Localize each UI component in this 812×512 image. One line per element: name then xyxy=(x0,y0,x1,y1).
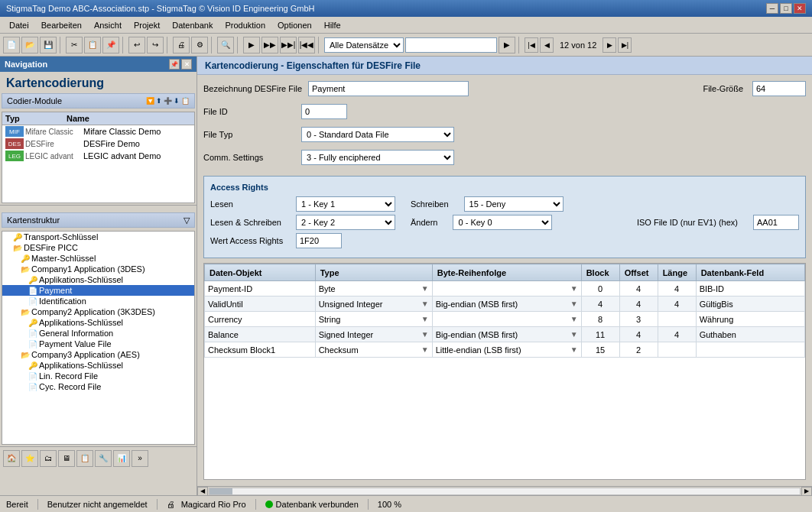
toolbar-undo-btn[interactable]: ↩ xyxy=(128,37,145,53)
toolbar-go-btn[interactable]: ▶ xyxy=(499,37,515,53)
struct-company3[interactable]: 📂 Company3 Application (AES) xyxy=(2,349,194,360)
row5-type-arrow[interactable]: ▼ xyxy=(421,345,429,354)
struct-company2-schluessel[interactable]: 🔑 Applikations-Schlüssel xyxy=(2,317,194,328)
file-groesse-input[interactable] xyxy=(752,81,806,96)
row1-type-arrow[interactable]: ▼ xyxy=(421,284,429,293)
minimize-button[interactable]: ─ xyxy=(766,3,778,14)
wert-input[interactable] xyxy=(296,233,342,248)
tree-item-desfire[interactable]: DES DESFire DESFire Demo xyxy=(2,138,194,150)
toolbar-cut-btn[interactable]: ✂ xyxy=(66,37,83,53)
toolbar-copy-btn[interactable]: 📋 xyxy=(84,37,101,53)
nav-pin-btn[interactable]: 📌 xyxy=(169,59,180,70)
db-status: Datenbank verbunden xyxy=(265,500,359,509)
nav-btn2[interactable]: ⭐ xyxy=(21,450,38,467)
codier-tool3[interactable]: ➕ xyxy=(164,97,172,105)
folder-icon-2: 📂 xyxy=(21,265,30,274)
nav-btn4[interactable]: 🖥 xyxy=(58,450,75,467)
scroll-right-btn[interactable]: ▶ xyxy=(801,487,812,496)
row3-type-arrow[interactable]: ▼ xyxy=(421,315,429,323)
nav-more-btn[interactable]: » xyxy=(132,450,148,467)
filter-dropdown[interactable]: Alle Datensätze xyxy=(324,37,404,53)
last-record-btn[interactable]: ▶| xyxy=(618,37,632,53)
toolbar-paste-btn[interactable]: 📌 xyxy=(102,37,119,53)
nav-close-btn[interactable]: ✕ xyxy=(181,59,192,70)
access-rights-box: Access Rights Lesen 1 - Key 1 Schreiben … xyxy=(203,176,806,258)
nav-btn6[interactable]: 🔧 xyxy=(95,450,112,467)
struct-desfire-picc[interactable]: 📂 DESFire PICC xyxy=(2,242,194,253)
struct-payment-value[interactable]: 📄 Payment Value File xyxy=(2,339,194,349)
struct-payment[interactable]: 📄 Payment xyxy=(2,285,194,296)
struct-company3-schluessel[interactable]: 🔑 Applikations-Schlüssel xyxy=(2,360,194,371)
menu-hilfe[interactable]: Hilfe xyxy=(318,19,347,31)
content-body: Bezeichnung DESFire File File-Größe File… xyxy=(197,75,812,486)
file-typ-select[interactable]: 0 - Standard Data File xyxy=(301,127,454,142)
kartenstruktur-expand[interactable]: ▽ xyxy=(184,215,190,225)
toolbar-nav3-btn[interactable]: ▶▶| xyxy=(280,37,297,53)
tree-item-mifare[interactable]: MIF Mifare Classic Mifare Classic Demo xyxy=(2,125,194,138)
codier-tool1[interactable]: 🔽 xyxy=(146,97,154,105)
codier-tool4[interactable]: ⬇ xyxy=(174,97,180,105)
mifare-name: Mifare Classic Demo xyxy=(83,127,161,136)
tree-scrollbar[interactable] xyxy=(0,205,197,211)
scrollbar-thumb[interactable] xyxy=(209,488,232,494)
struct-master-schluessel[interactable]: 🔑 Master-Schlüssel xyxy=(2,253,194,264)
aendern-select[interactable]: 0 - Key 0 xyxy=(453,215,552,230)
toolbar-search-btn[interactable]: 🔍 xyxy=(217,37,234,53)
struct-company2[interactable]: 📂 Company2 Application (3K3DES) xyxy=(2,306,194,317)
search-input[interactable] xyxy=(405,37,497,53)
struct-company1[interactable]: 📂 Company1 Application (3DES) xyxy=(2,264,194,274)
schreiben-select[interactable]: 15 - Deny xyxy=(464,196,564,212)
row3-reihenfolge-arrow[interactable]: ▼ xyxy=(570,315,578,323)
toolbar-nav2-btn[interactable]: ▶▶ xyxy=(261,37,278,53)
maximize-button[interactable]: □ xyxy=(780,3,792,14)
row5-reihenfolge-arrow[interactable]: ▼ xyxy=(570,345,578,354)
struct-cyc-record[interactable]: 📄 Cyc. Record File xyxy=(2,381,194,392)
menu-produktion[interactable]: Produktion xyxy=(219,19,271,31)
struct-identification[interactable]: 📄 Identification xyxy=(2,296,194,306)
first-record-btn[interactable]: |◀ xyxy=(525,37,538,53)
file-id-input[interactable] xyxy=(301,104,347,119)
codier-tool5[interactable]: 📋 xyxy=(181,97,190,105)
desfire-type: DESFire xyxy=(25,140,83,148)
struct-lin-record[interactable]: 📄 Lin. Record File xyxy=(2,371,194,381)
toolbar-nav4-btn[interactable]: |◀◀ xyxy=(298,37,315,53)
row4-reihenfolge-arrow[interactable]: ▼ xyxy=(570,330,578,339)
toolbar-redo-btn[interactable]: ↪ xyxy=(147,37,164,53)
nav-btn1[interactable]: 🏠 xyxy=(3,450,20,467)
toolbar-settings-btn[interactable]: ⚙ xyxy=(191,37,208,53)
lesen-select[interactable]: 1 - Key 1 xyxy=(296,196,395,212)
toolbar-nav1-btn[interactable]: ▶ xyxy=(243,37,260,53)
nav-btn5[interactable]: 📋 xyxy=(76,450,93,467)
toolbar-open-btn[interactable]: 📂 xyxy=(21,37,38,53)
h-scrollbar[interactable]: ◀ ▶ xyxy=(197,486,812,495)
close-button[interactable]: ✕ xyxy=(794,3,806,14)
struct-company1-schluessel[interactable]: 🔑 Applikations-Schlüssel xyxy=(2,274,194,285)
row2-type-arrow[interactable]: ▼ xyxy=(421,300,429,308)
nav-btn3[interactable]: 🗂 xyxy=(40,450,57,467)
menu-optionen[interactable]: Optionen xyxy=(271,19,318,31)
iso-input[interactable] xyxy=(753,215,799,230)
next-record-btn[interactable]: ▶ xyxy=(603,37,616,53)
row4-type-arrow[interactable]: ▼ xyxy=(421,330,429,339)
struct-transport-schluessel[interactable]: 🔑 Transport-Schlüssel xyxy=(2,232,194,242)
menu-datenbank[interactable]: Datenbank xyxy=(166,19,219,31)
toolbar-print-btn[interactable]: 🖨 xyxy=(173,37,190,53)
toolbar-new-btn[interactable]: 📄 xyxy=(3,37,20,53)
struct-general-info[interactable]: 📄 General Information xyxy=(2,328,194,339)
scroll-left-btn[interactable]: ◀ xyxy=(197,487,208,496)
nav-btn7[interactable]: 📊 xyxy=(113,450,130,467)
toolbar-save-btn[interactable]: 💾 xyxy=(40,37,57,53)
codier-tool2[interactable]: ⬆ xyxy=(156,97,162,105)
menu-datei[interactable]: Datei xyxy=(3,19,35,31)
menu-bearbeiten[interactable]: Bearbeiten xyxy=(35,19,88,31)
menu-projekt[interactable]: Projekt xyxy=(128,19,166,31)
comm-settings-label: Comm. Settings xyxy=(203,153,295,162)
comm-settings-select[interactable]: 3 - Fully enciphered xyxy=(301,150,454,165)
lesen-schreiben-select[interactable]: 2 - Key 2 xyxy=(296,215,395,230)
row2-reihenfolge-arrow[interactable]: ▼ xyxy=(570,300,578,308)
menu-ansicht[interactable]: Ansicht xyxy=(88,19,128,31)
row1-reihenfolge-arrow[interactable]: ▼ xyxy=(570,284,578,293)
bezeichnung-input[interactable] xyxy=(308,81,469,96)
tree-item-legic[interactable]: LEG LEGIC advant LEGIC advant Demo xyxy=(2,150,194,162)
prev-record-btn[interactable]: ◀ xyxy=(540,37,554,53)
